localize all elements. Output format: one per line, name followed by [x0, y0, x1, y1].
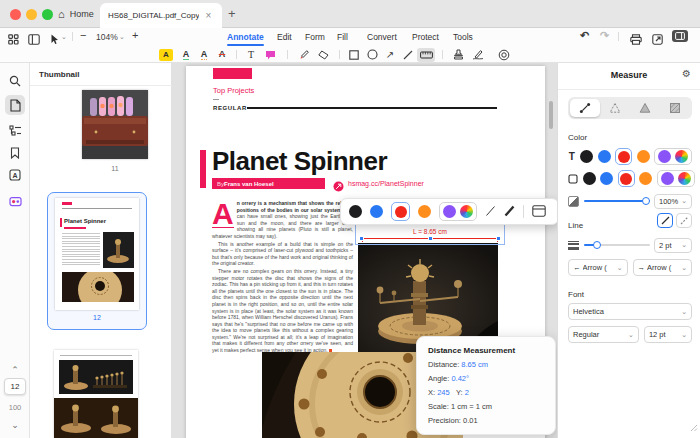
thickness-dropdown[interactable]: 2 pt⌄ [654, 238, 692, 253]
measure-tool-icon[interactable] [417, 48, 435, 62]
area-mode-button[interactable] [630, 99, 660, 117]
perimeter-mode-button[interactable] [600, 99, 630, 117]
highlight-tool-icon[interactable]: A [159, 49, 173, 61]
distance-value: 8.65 cm [461, 360, 488, 369]
titlebar: ⌂ Home HS68_DIGITAL.pdf_Copy × + [0, 0, 700, 28]
resize-handle-left[interactable] [359, 236, 364, 241]
menu-annotate[interactable]: Annotate [227, 32, 264, 42]
menu-tools[interactable]: Tools [453, 32, 473, 42]
arrow-end-dropdown[interactable]: →Arrow (⌄ [633, 259, 693, 276]
menu-protect[interactable]: Protect [412, 32, 439, 42]
annotation-panel-icon[interactable]: A [5, 165, 25, 185]
panel-open-icon[interactable] [532, 203, 546, 221]
stamp-tool-icon[interactable] [452, 48, 465, 61]
redact-tool-icon[interactable] [497, 48, 510, 61]
font-style-dropdown[interactable]: Regular⌄ [568, 326, 639, 343]
page-thumbnail-12-selected[interactable]: Planet Spinner 12 [47, 192, 147, 330]
measurement-annotation[interactable]: L = 8.65 cm [355, 224, 505, 245]
menu-form[interactable]: Form [305, 32, 325, 42]
precision-label: Precision: [428, 416, 461, 425]
menu-convert[interactable]: Convert [367, 32, 397, 42]
panel-toggle-button[interactable] [672, 30, 688, 42]
line-solid-button-selected[interactable] [657, 213, 673, 228]
color-orange-swatch[interactable] [418, 205, 431, 218]
redo-icon[interactable]: ↷ [600, 29, 609, 42]
text-color-black[interactable] [580, 150, 593, 163]
text-color-red-selected[interactable] [615, 148, 632, 165]
new-tab-button[interactable]: + [228, 6, 236, 21]
strikethrough-tool-icon[interactable]: A [216, 48, 228, 61]
arrow-end-label: Arrow ( [647, 263, 679, 272]
search-icon[interactable] [5, 71, 25, 91]
arrow-tool-icon[interactable]: ↗ [384, 48, 396, 61]
font-family-dropdown[interactable]: Helvetica⌄ [568, 303, 692, 320]
opacity-dropdown[interactable]: 100%⌄ [654, 194, 692, 209]
opacity-slider-knob[interactable] [642, 197, 650, 205]
tab-document[interactable]: HS68_DIGITAL.pdf_Copy × [100, 3, 222, 28]
text-color-wheel-icon[interactable] [675, 150, 688, 163]
cursor-dropdown-icon[interactable]: ⌄ [61, 33, 67, 41]
text-tool-icon[interactable]: T [245, 48, 257, 61]
tab-home[interactable]: ⌂ Home [46, 0, 106, 28]
underline-tool-icon[interactable]: A [180, 48, 192, 61]
fill-color-purple[interactable] [661, 172, 674, 185]
rectangle-tool-icon[interactable] [348, 48, 360, 61]
color-wheel-icon[interactable] [460, 205, 473, 218]
line-dashed-button[interactable] [676, 213, 692, 228]
arrow-start-dropdown[interactable]: ←Arrow (⌄ [568, 259, 628, 276]
zoom-level[interactable]: 104% [96, 32, 118, 42]
ellipse-tool-icon[interactable] [366, 48, 378, 61]
gear-icon[interactable]: ⚙ [682, 68, 691, 79]
page-down-icon[interactable]: ⌄ [5, 415, 25, 435]
fill-color-black[interactable] [583, 172, 596, 185]
color-black-swatch[interactable] [349, 205, 362, 218]
window-minimize-button[interactable] [26, 9, 37, 20]
page-thumbnail-13[interactable] [54, 350, 138, 438]
ai-tools-icon[interactable] [5, 191, 25, 211]
line-thick-icon[interactable] [504, 203, 515, 221]
fill-color-red-selected[interactable] [618, 170, 635, 187]
vertical-scrollbar[interactable] [549, 101, 553, 129]
text-color-purple[interactable] [658, 150, 671, 163]
comment-tool-icon[interactable] [264, 48, 277, 61]
outline-panel-icon[interactable] [5, 121, 25, 141]
zoom-out-button[interactable]: − [80, 29, 86, 41]
resize-handle-right[interactable] [496, 236, 501, 241]
fill-color-wheel-icon[interactable] [678, 172, 691, 185]
zoom-dropdown-icon[interactable]: ⌄ [119, 33, 125, 41]
line-tool-icon[interactable] [402, 48, 414, 61]
article-link[interactable]: hsmag.cc/PlanetSpinner [348, 180, 424, 187]
rect-area-mode-button[interactable] [660, 99, 690, 117]
text-color-orange[interactable] [637, 150, 650, 163]
text-color-blue[interactable] [598, 150, 611, 163]
panel-resize-grip[interactable] [690, 418, 698, 436]
page-up-icon[interactable]: ⌃ [5, 360, 25, 380]
window-close-button[interactable] [10, 9, 21, 20]
eraser-tool-icon[interactable] [317, 48, 330, 61]
page-thumbnail-11[interactable] [82, 90, 148, 159]
font-size-dropdown[interactable]: 12 pt⌄ [644, 326, 692, 343]
color-purple-swatch[interactable] [443, 205, 456, 218]
menu-fill[interactable]: Fill [337, 32, 348, 42]
distance-mode-button[interactable] [570, 99, 600, 117]
color-red-swatch-selected[interactable] [391, 202, 410, 221]
document-viewport[interactable]: Top Projects REGULAR Planet Spinner By F… [172, 63, 557, 438]
squiggly-tool-icon[interactable]: A [198, 48, 210, 61]
fill-color-orange[interactable] [639, 172, 652, 185]
fill-color-blue[interactable] [600, 172, 613, 185]
close-tab-icon[interactable]: × [205, 11, 211, 21]
opacity-slider[interactable] [584, 200, 650, 203]
signature-tool-icon[interactable] [471, 48, 484, 61]
thumbnail-panel-icon[interactable] [5, 95, 25, 115]
current-page-field[interactable]: 12 [4, 378, 26, 395]
thickness-slider[interactable] [584, 244, 650, 247]
pencil-tool-icon[interactable] [298, 48, 311, 61]
color-blue-swatch[interactable] [370, 205, 383, 218]
thickness-slider-knob[interactable] [593, 241, 601, 249]
zoom-in-button[interactable]: + [132, 29, 138, 41]
move-handle-center[interactable] [428, 236, 433, 241]
bookmark-panel-icon[interactable] [5, 143, 25, 163]
menu-edit[interactable]: Edit [277, 32, 292, 42]
undo-icon[interactable]: ↶ [580, 29, 589, 42]
line-thin-icon[interactable] [485, 203, 496, 221]
